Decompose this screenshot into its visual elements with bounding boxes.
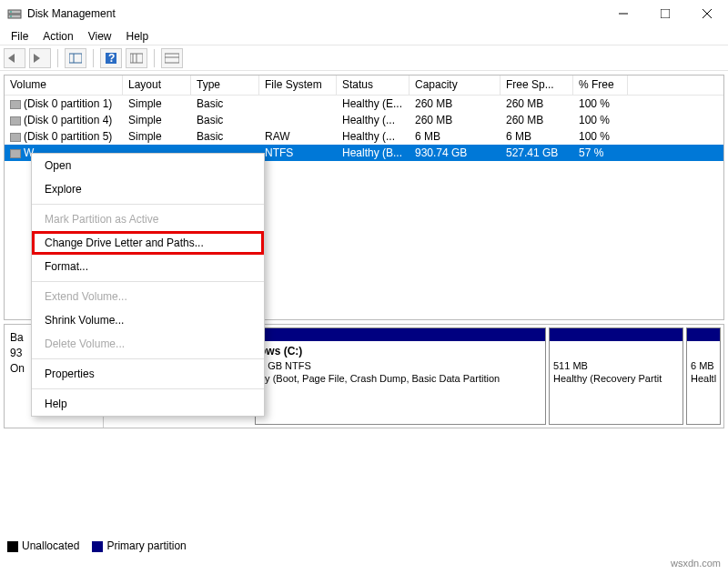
ctx-mark-active: Mark Partition as Active [32,207,264,231]
volume-row[interactable]: (Disk 0 partition 1)SimpleBasicHealthy (… [5,96,723,112]
ctx-change-drive-letter[interactable]: Change Drive Letter and Paths... [32,231,264,255]
col-layout[interactable]: Layout [123,76,191,95]
help-button[interactable]: ? [100,48,122,68]
col-filesystem[interactable]: File System [259,76,337,95]
app-icon [7,6,22,21]
svg-rect-5 [661,9,670,18]
col-pct-free[interactable]: % Free [573,76,628,95]
list-view-button[interactable] [161,48,183,68]
toolbar: ? [0,45,728,71]
close-button[interactable] [686,0,728,27]
svg-point-2 [10,11,12,13]
ctx-format[interactable]: Format... [32,255,264,278]
ctx-shrink-volume[interactable]: Shrink Volume... [32,308,264,332]
forward-button[interactable] [29,48,51,68]
partition-box[interactable]: 511 MBHealthy (Recovery Partit [549,327,683,425]
col-free[interactable]: Free Sp... [500,76,573,95]
col-capacity[interactable]: Capacity [410,76,500,95]
menubar: File Action View Help [0,27,728,45]
menu-file[interactable]: File [4,28,35,45]
legend-primary-swatch [92,541,103,552]
ctx-explore[interactable]: Explore [32,177,264,201]
watermark: wsxdn.com [671,558,721,569]
svg-text:?: ? [108,52,115,65]
settings-button[interactable] [126,48,147,68]
view-toggle-button[interactable] [65,48,86,68]
partition-box[interactable]: 6 MBHealtl [686,327,721,425]
ctx-properties[interactable]: Properties [32,362,264,386]
window-title: Disk Management [27,7,602,20]
volume-row[interactable]: (Disk 0 partition 5)SimpleBasicRAWHealth… [5,128,723,145]
svg-rect-15 [165,54,179,63]
minimize-button[interactable] [602,0,644,27]
menu-help[interactable]: Help [119,28,157,45]
ctx-delete-volume: Delete Volume... [32,332,264,356]
legend-unallocated-swatch [7,541,18,552]
titlebar: Disk Management [0,0,728,27]
menu-action[interactable]: Action [35,28,80,45]
back-button[interactable] [4,48,25,68]
window-controls [602,0,728,27]
svg-point-3 [10,15,12,17]
ctx-extend-volume: Extend Volume... [32,285,264,308]
col-volume[interactable]: Volume [5,76,123,95]
maximize-button[interactable] [644,0,686,27]
partition-box[interactable]: ows (C:)4 GB NTFShy (Boot, Page File, Cr… [255,327,546,425]
ctx-help[interactable]: Help [32,392,264,416]
column-headers: Volume Layout Type File System Status Ca… [5,76,723,96]
legend: Unallocated Primary partition [7,539,187,552]
col-status[interactable]: Status [337,76,410,95]
context-menu: Open Explore Mark Partition as Active Ch… [31,153,265,417]
col-type[interactable]: Type [191,76,259,95]
ctx-open[interactable]: Open [32,154,264,177]
menu-view[interactable]: View [81,28,119,45]
svg-rect-8 [69,54,82,63]
volume-row[interactable]: (Disk 0 partition 4)SimpleBasicHealthy (… [5,112,723,128]
